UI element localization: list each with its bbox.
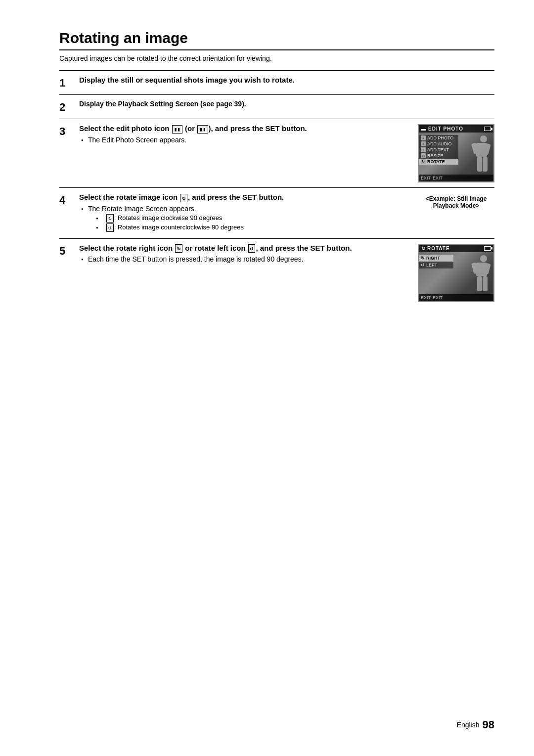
page-footer: English 98	[457, 718, 494, 731]
rotate-header: ↻ ROTATE	[419, 245, 493, 252]
step-3-number: 3	[59, 125, 79, 138]
rotate-icon: ↻	[421, 159, 426, 164]
language-label: English	[457, 721, 480, 729]
clockwise-icon: ↻	[106, 214, 114, 222]
step-4-bullets: The Rotate Image Screen appears. ↻: Rota…	[81, 205, 408, 232]
step-4-content-with-image: Select the rotate image icon ↻, and pres…	[79, 193, 494, 233]
step-3-content-with-image: Select the edit photo icon ▮▮ (or ▮▮), a…	[79, 124, 494, 182]
step-3-bullets: The Edit Photo Screen appears.	[81, 136, 408, 144]
rotate-header-icon: ↻	[421, 246, 425, 251]
rotate-left-item: ↺ LEFT	[419, 262, 453, 268]
menu-add-text: T ADD TEXT	[419, 147, 458, 153]
step-4-caption: <Example: Still Image Playback Mode>	[418, 195, 494, 209]
edit-photo-icon-inline: ▮▮	[172, 125, 182, 133]
footer-exit-label: EXIT	[421, 176, 431, 180]
edit-photo-header: ▬ EDIT PHOTO	[419, 125, 493, 133]
step-3-instruction: Select the edit photo icon ▮▮ (or ▮▮), a…	[79, 124, 408, 133]
menu-add-photo: + ADD PHOTO	[419, 135, 458, 141]
step-2-instruction: Display the Playback Setting Screen (see…	[79, 100, 494, 108]
step-4-sub-1: ↻: Rotates image clockwise 90 degrees	[96, 214, 408, 222]
menu-add-audio: + ADD AUDIO	[419, 141, 458, 147]
menu-rotate: ↻ ROTATE	[419, 159, 458, 165]
menu-add-text-label: ADD TEXT	[427, 147, 449, 152]
edit-photo-footer: EXIT EXIT	[419, 175, 493, 181]
figure-silhouette	[461, 134, 491, 178]
step-1-row: 1 Display the still or sequential shots …	[59, 70, 494, 94]
step-5-number: 5	[59, 245, 79, 258]
rotate-left-icon-inline: ↺	[248, 244, 256, 253]
rotate-left-label: LEFT	[426, 263, 437, 267]
step-3-content: Select the edit photo icon ▮▮ (or ▮▮), a…	[79, 124, 494, 182]
step-3-image-area: ▬ EDIT PHOTO + ADD PHOTO + ADD AUDIO	[418, 124, 494, 182]
rotate-screen-footer: EXIT EXIT	[419, 294, 493, 301]
page-container: Rotating an image Captured images can be…	[0, 0, 534, 347]
menu-add-photo-label: ADD PHOTO	[427, 135, 453, 140]
figure-silhouette-2	[461, 254, 491, 298]
step-5-row: 5 Select the rotate right icon ↻ or rota…	[59, 238, 494, 307]
svg-rect-5	[483, 157, 488, 172]
step-4-sub-2: ↺: Rotates image counterclockwise 90 deg…	[96, 223, 408, 232]
step-4-number: 4	[59, 194, 79, 207]
edit-photo-screen: ▬ EDIT PHOTO + ADD PHOTO + ADD AUDIO	[418, 124, 494, 182]
page-number: 98	[483, 718, 494, 731]
menu-add-audio-label: ADD AUDIO	[427, 141, 452, 146]
add-audio-icon: +	[421, 141, 426, 146]
step-4-sub-bullets: ↻: Rotates image clockwise 90 degrees ↺:…	[96, 214, 408, 232]
svg-rect-11	[483, 276, 488, 291]
edit-menu: + ADD PHOTO + ADD AUDIO T ADD TEXT	[419, 135, 458, 165]
step-4-instruction: Select the rotate image icon ↻, and pres…	[79, 193, 408, 202]
step-4-row: 4 Select the rotate image icon ↻, and pr…	[59, 187, 494, 238]
counter-icon: ↺	[106, 223, 114, 232]
step-2-content: Display the Playback Setting Screen (see…	[79, 100, 494, 110]
step-5-bullet-1: Each time the SET button is pressed, the…	[81, 255, 408, 263]
step-4-bullet-1: The Rotate Image Screen appears. ↻: Rota…	[81, 205, 408, 232]
rotate-screen: ↻ ROTATE ↻ RIGHT ↺ LEFT	[418, 244, 494, 302]
svg-rect-10	[477, 276, 482, 291]
step-5-instruction: Select the rotate right icon ↻ or rotate…	[79, 244, 408, 253]
resize-icon: □	[421, 153, 426, 158]
subtitle-text: Captured images can be rotated to the co…	[59, 54, 494, 62]
page-title: Rotating an image	[59, 30, 494, 50]
add-photo-icon: +	[421, 135, 426, 140]
rotate-right-icon-inline: ↻	[175, 244, 182, 253]
add-text-icon: T	[421, 147, 426, 152]
step-5-bullets: Each time the SET button is pressed, the…	[81, 255, 408, 263]
step-2-number: 2	[59, 101, 79, 114]
rotate-right-item: ↻ RIGHT	[419, 255, 453, 262]
edit-photo-icon2-inline: ▮▮	[197, 125, 208, 133]
rotate-right-label: RIGHT	[426, 256, 440, 261]
rotate-header-title: ROTATE	[427, 246, 450, 251]
rotate-battery-icon	[484, 246, 491, 251]
rotate-left-arrow: ↺	[421, 263, 425, 267]
rotate-menu: ↻ RIGHT ↺ LEFT	[419, 255, 453, 268]
header-icon: ▬	[421, 126, 426, 132]
footer-exit2-label: EXIT	[433, 176, 443, 180]
menu-resize-label: RESIZE	[427, 153, 444, 158]
rotate-image-icon-inline: ↻	[180, 194, 187, 202]
menu-resize: □ RESIZE	[419, 153, 458, 159]
menu-rotate-label: ROTATE	[427, 159, 445, 164]
rotate-footer-exit: EXIT	[421, 295, 431, 300]
step-3-text: Select the edit photo icon ▮▮ (or ▮▮), a…	[79, 124, 408, 145]
step-4-image-area: <Example: Still Image Playback Mode>	[418, 193, 494, 209]
step-2-row: 2 Display the Playback Setting Screen (s…	[59, 94, 494, 119]
step-5-image-area: ↻ ROTATE ↻ RIGHT ↺ LEFT	[418, 244, 494, 302]
step-3-bullet-1: The Edit Photo Screen appears.	[81, 136, 408, 144]
svg-point-0	[480, 135, 487, 142]
header-title: EDIT PHOTO	[428, 126, 463, 132]
step-4-content: Select the rotate image icon ↻, and pres…	[79, 193, 494, 233]
rotate-right-arrow: ↻	[421, 256, 425, 261]
step-1-instruction: Display the still or sequential shots im…	[79, 76, 494, 84]
step-5-text: Select the rotate right icon ↻ or rotate…	[79, 244, 408, 265]
svg-point-6	[480, 255, 487, 262]
step-5-content-with-image: Select the rotate right icon ↻ or rotate…	[79, 244, 494, 302]
step-3-row: 3 Select the edit photo icon ▮▮ (or ▮▮),…	[59, 119, 494, 187]
step-1-content: Display the still or sequential shots im…	[79, 76, 494, 87]
step-4-text: Select the rotate image icon ↻, and pres…	[79, 193, 408, 233]
battery-icon	[484, 127, 491, 131]
svg-rect-4	[477, 157, 482, 172]
rotate-footer-exit2: EXIT	[433, 295, 443, 300]
step-5-content: Select the rotate right icon ↻ or rotate…	[79, 244, 494, 302]
step-1-number: 1	[59, 77, 79, 89]
